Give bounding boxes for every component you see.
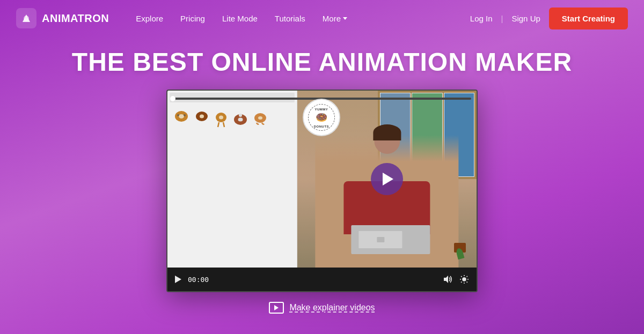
nav-explore[interactable]: Explore [136, 14, 163, 23]
start-creating-button[interactable]: Start Creating [549, 8, 628, 29]
video-content: YUMMY 🍩 DONUTS [297, 91, 477, 268]
svg-point-16 [239, 114, 242, 117]
svg-point-5 [184, 114, 186, 116]
time-display: 00:00 [188, 276, 209, 284]
donut-badge-icon: 🍩 [316, 112, 327, 123]
svg-point-4 [177, 114, 179, 116]
logo-text: ANIMATRON [42, 12, 109, 25]
donut-item-2 [193, 108, 210, 125]
donut-badge-top-text: YUMMY [309, 108, 334, 111]
hero-title: THE BEST ONLINE ANIMATION MAKER [11, 47, 633, 77]
nav-right: Log In | Sign Up Start Creating [470, 8, 628, 29]
nav-more[interactable]: More [323, 14, 347, 23]
nav-tutorials[interactable]: Tutorials [275, 14, 305, 23]
play-button[interactable] [371, 163, 403, 195]
donut-badge-overlay: YUMMY 🍩 DONUTS [303, 99, 340, 136]
hero-section: THE BEST ONLINE ANIMATION MAKER [0, 36, 644, 319]
volume-button[interactable] [443, 274, 453, 284]
svg-marker-19 [444, 276, 448, 283]
svg-marker-0 [23, 14, 30, 22]
svg-line-12 [218, 122, 219, 127]
volume-icon [443, 274, 453, 284]
svg-point-7 [200, 115, 204, 118]
donut-badge-bottom-text: DONUTS [309, 125, 334, 128]
signup-link[interactable]: Sign Up [511, 14, 540, 23]
login-link[interactable]: Log In [470, 14, 493, 23]
donut-item-5 [252, 110, 268, 127]
donut-item-3 [214, 110, 229, 128]
logo[interactable]: ANIMATRON [16, 8, 109, 28]
nav-lite-mode[interactable]: Lite Mode [222, 14, 258, 23]
settings-button[interactable] [459, 274, 469, 284]
svg-point-15 [238, 118, 243, 122]
donut-item-1 [173, 108, 190, 125]
donut-badge-inner: YUMMY 🍩 DONUTS [308, 104, 335, 131]
svg-point-18 [258, 116, 262, 120]
video-player: YUMMY 🍩 DONUTS 00:00 [166, 90, 478, 292]
play-pause-button[interactable] [175, 276, 181, 283]
video-controls-bar: 00:00 [167, 268, 477, 291]
logo-icon [16, 8, 36, 28]
navbar: ANIMATRON Explore Pricing Lite Mode Tuto… [0, 0, 644, 36]
chevron-down-icon [343, 17, 347, 20]
video-frame: YUMMY 🍩 DONUTS [167, 91, 477, 268]
video-link-icon [269, 302, 284, 314]
nav-divider: | [501, 14, 503, 23]
timeline-dot [170, 96, 175, 101]
play-icon [383, 173, 393, 185]
donut-item-4 [232, 111, 249, 128]
settings-icon [459, 274, 469, 284]
svg-point-3 [179, 114, 184, 118]
svg-point-11 [219, 116, 223, 120]
bottom-link-section: Make explainer videos [11, 302, 633, 314]
editor-panel [167, 91, 297, 268]
svg-line-13 [223, 122, 224, 127]
video-screen: YUMMY 🍩 DONUTS [167, 91, 477, 268]
nav-links: Explore Pricing Lite Mode Tutorials More [136, 14, 470, 23]
bottom-link-text[interactable]: Make explainer videos [289, 303, 375, 313]
play-pause-icon [175, 276, 181, 283]
nav-pricing[interactable]: Pricing [180, 14, 205, 23]
